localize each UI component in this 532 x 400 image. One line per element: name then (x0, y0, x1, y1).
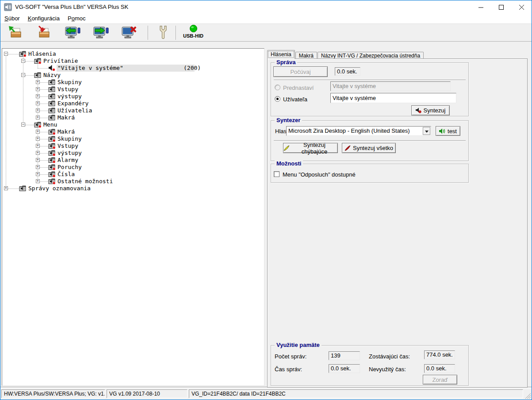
tree-item-label: Menu (43, 121, 57, 128)
write-to-device-icon[interactable] (93, 25, 108, 40)
user-radio[interactable] (275, 96, 280, 102)
tree-item-vitajte-v-syst-me[interactable]: "Vitajte v systéme"(200) (2, 65, 264, 72)
group-syntezer: Syntezer Hlas: Microsoft Zira Desktop - … (271, 120, 469, 161)
folder-speaker-red-icon (34, 58, 42, 64)
voice-combobox[interactable]: Microsoft Zira Desktop - English (United… (286, 126, 431, 136)
tree-item-expand-ry[interactable]: +Expandéry (2, 100, 264, 107)
maximize-button[interactable] (491, 0, 511, 14)
tree-expand-minus[interactable]: − (21, 73, 25, 77)
tree-expand-plus[interactable]: + (36, 115, 40, 119)
tree-expand-plus[interactable]: + (36, 158, 40, 162)
tree-connector-line (40, 118, 48, 118)
unused-value: 0.0 sek. (424, 364, 455, 373)
chevron-down-icon[interactable] (423, 127, 430, 135)
tree-item-priv-tanie[interactable]: −Privítanie (2, 58, 264, 65)
tree-item-alarmy[interactable]: +Alarmy (2, 157, 264, 164)
menu-item-konfigurácia[interactable]: Konfigurácia (24, 14, 63, 22)
tree-item-vstupy[interactable]: +Vstupy (2, 86, 264, 93)
status-panel-2: VG v1.09 2017-08-10 (107, 389, 188, 398)
app-window: VG-SOFT "Versa Plus LBn" VERSA Plus SK S… (0, 0, 532, 400)
tree-item-makr[interactable]: +Makrá (2, 128, 264, 135)
tree-item-makr[interactable]: +Makrá (2, 114, 264, 121)
folder-speaker-red-icon (48, 128, 56, 135)
tree-item-poruchy[interactable]: +Poruchy (2, 164, 264, 171)
menu-bar: SúborKonfiguráciaPomoc (0, 14, 532, 23)
count-value: 139 (329, 351, 360, 360)
window-title: VG-SOFT "Versa Plus LBn" VERSA Plus SK (15, 0, 128, 14)
tree-item-v-stupy[interactable]: +výstupy (2, 150, 264, 157)
tree-expand-plus[interactable]: + (36, 137, 40, 141)
title-bar: VG-SOFT "Versa Plus LBn" VERSA Plus SK (0, 0, 532, 14)
tree-expand-plus[interactable]: + (36, 172, 40, 176)
folder-speaker-red-icon (48, 150, 56, 156)
tree-expand-plus[interactable]: + (36, 130, 40, 134)
resize-grip[interactable] (524, 392, 531, 399)
tree-expand-plus[interactable]: + (36, 108, 40, 112)
tree-item-label: Privítanie (43, 58, 78, 65)
tab-1[interactable]: Hlásenia (267, 50, 295, 59)
tree-item-vstupy[interactable]: +Vstupy (2, 142, 264, 150)
tree-connector-line (40, 174, 48, 175)
tree-expand-plus[interactable]: + (36, 101, 40, 105)
tree-expand-minus[interactable]: − (4, 52, 8, 56)
tree-expand-plus[interactable]: + (36, 165, 40, 169)
tree-item-skupiny[interactable]: +Skupiny (2, 135, 264, 142)
disconnect-device-icon[interactable] (121, 25, 136, 40)
odposluch-checkbox[interactable] (274, 171, 279, 177)
synthesize-all-button[interactable]: Syntezuj všetko (342, 143, 396, 153)
tab-3[interactable]: Názvy INT-VG / Zabezpečovacia ústredňa (318, 52, 424, 59)
message-tree: −Hlásenia−Privítanie"Vitajte v systéme"(… (2, 48, 264, 386)
tree-item-menu[interactable]: −Menu (2, 121, 264, 128)
save-file-icon[interactable] (36, 25, 51, 40)
tree-expand-plus[interactable]: + (36, 144, 40, 148)
tab-page-hlasenia: Správa Počúvaj 0.0 sek. Prednastaví Vita… (267, 58, 528, 388)
tree-item-skupiny[interactable]: +Skupiny (2, 79, 264, 86)
tree-item-label: výstupy (57, 93, 82, 100)
user-text-input[interactable] (330, 93, 456, 103)
tree-item-label: Ostatné možnosti (57, 178, 113, 185)
tab-strip: HláseniaMakráNázvy INT-VG / Zabezpečovac… (267, 50, 424, 59)
read-from-device-icon[interactable] (65, 25, 80, 40)
tree-expand-plus[interactable]: + (36, 94, 40, 98)
tree-item-n-zvy[interactable]: −Názvy (2, 72, 264, 79)
folder-speaker-icon (48, 79, 56, 85)
group-sprava: Správa Počúvaj 0.0 sek. Prednastaví Vita… (271, 62, 469, 116)
tree-expand-plus[interactable]: + (4, 186, 8, 190)
synthesize-button[interactable]: Syntezuj (411, 105, 450, 115)
sort-button: Zoraď (423, 375, 457, 385)
tree-item-label: Makrá (57, 114, 75, 121)
tree-item-sla[interactable]: +Čísla (2, 171, 264, 178)
tree-expand-minus[interactable]: − (21, 123, 25, 127)
close-button[interactable] (511, 0, 532, 14)
folder-speaker-icon (48, 86, 56, 92)
minimize-button[interactable] (471, 0, 491, 14)
wrench-settings-icon[interactable] (156, 25, 171, 40)
tree-expand-plus[interactable]: + (36, 80, 40, 84)
synthesize-missing-button[interactable]: Syntezuj chýbajúce (283, 143, 338, 153)
tree-connector-line (38, 68, 48, 69)
tree-connector-line (40, 89, 48, 90)
tree-expand-minus[interactable]: − (21, 59, 25, 63)
preset-text-field: Vitajte v systéme (330, 81, 451, 91)
folder-speaker-icon (34, 72, 42, 78)
tree-item-hl-senia[interactable]: −Hlásenia (2, 50, 264, 58)
tree-expand-plus[interactable]: + (36, 151, 40, 155)
folder-speaker-red-icon (48, 164, 56, 170)
open-file-icon[interactable] (8, 25, 23, 40)
menu-item-pomoc[interactable]: Pomoc (64, 14, 89, 22)
menu-item-súbor[interactable]: Súbor (1, 14, 23, 22)
toolbar-separator (176, 26, 176, 40)
tree-connector-line (40, 153, 48, 154)
tree-item-v-stupy[interactable]: +výstupy (2, 93, 264, 100)
tree-expand-plus[interactable]: + (36, 87, 40, 91)
tree-item-u-vatelia[interactable]: +Užívatelia (2, 107, 264, 114)
tab-2[interactable]: Makrá (295, 52, 317, 59)
tree-item-label: "Vitajte v systéme" (57, 65, 123, 72)
tree-expand-plus[interactable]: + (36, 179, 40, 183)
time-value: 0.0 sek. (329, 364, 360, 373)
folder-speaker-red-icon (48, 178, 56, 185)
test-voice-button[interactable]: test (436, 126, 460, 136)
tree-item-label: Názvy (43, 72, 61, 79)
tree-item-ostatn-mo-nosti[interactable]: +Ostatné možnosti (2, 178, 264, 185)
tree-item-spr-vy-oznamovania[interactable]: +Správy oznamovania (2, 185, 264, 192)
